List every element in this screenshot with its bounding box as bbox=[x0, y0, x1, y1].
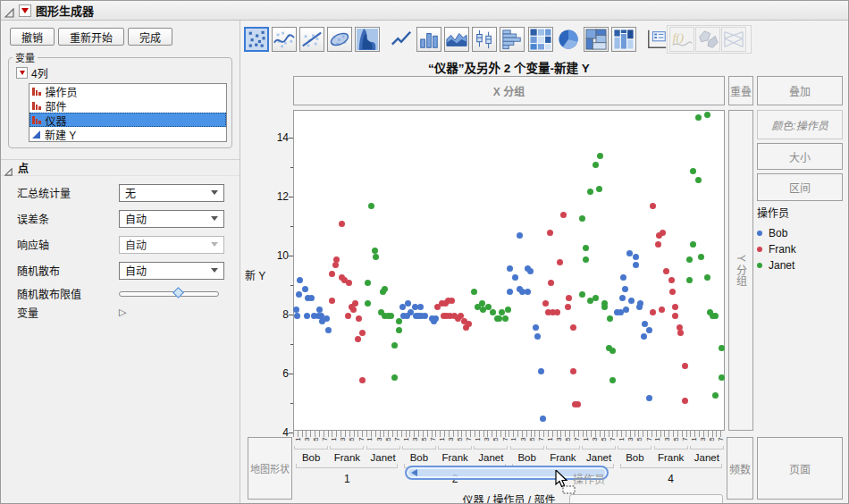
property-dropdown[interactable]: 自动 bbox=[119, 262, 224, 280]
variable-item-2[interactable]: 部件 bbox=[29, 98, 226, 113]
data-point-janet[interactable] bbox=[388, 313, 394, 319]
data-point-bob[interactable] bbox=[636, 304, 643, 310]
data-point-frank[interactable] bbox=[575, 401, 581, 407]
legend-item-frank[interactable]: Frank bbox=[757, 241, 846, 257]
data-point-frank[interactable] bbox=[566, 295, 572, 301]
expand-triangle-icon[interactable]: ▷ bbox=[119, 307, 126, 318]
data-point-janet[interactable] bbox=[719, 374, 725, 381]
data-point-frank[interactable] bbox=[463, 324, 469, 331]
data-point-frank[interactable] bbox=[557, 259, 563, 265]
data-point-frank[interactable] bbox=[663, 268, 669, 274]
line-of-fit-icon[interactable] bbox=[299, 27, 324, 52]
data-point-bob[interactable] bbox=[533, 324, 539, 331]
data-point-frank[interactable] bbox=[668, 277, 675, 283]
ellipse-icon[interactable] bbox=[327, 27, 352, 52]
data-point-frank[interactable] bbox=[359, 377, 366, 383]
data-point-janet[interactable] bbox=[695, 114, 702, 121]
data-point-bob[interactable] bbox=[540, 416, 546, 422]
data-point-janet[interactable] bbox=[471, 289, 477, 295]
drop-zone-map-shape[interactable]: 地图形状 bbox=[248, 437, 292, 500]
data-point-frank[interactable] bbox=[656, 232, 662, 239]
data-point-janet[interactable] bbox=[719, 345, 725, 351]
points-section-header[interactable]: 点 bbox=[1, 159, 240, 176]
property-dropdown[interactable]: 自动 bbox=[119, 210, 224, 228]
data-point-janet[interactable] bbox=[607, 315, 613, 322]
data-point-janet[interactable] bbox=[698, 254, 704, 260]
data-point-frank[interactable] bbox=[332, 262, 339, 268]
data-point-frank[interactable] bbox=[352, 300, 358, 307]
undo-button[interactable]: 撤销 bbox=[10, 28, 55, 46]
data-point-bob[interactable] bbox=[534, 333, 541, 340]
points-disclosure-icon[interactable] bbox=[4, 164, 13, 172]
data-point-janet[interactable] bbox=[690, 241, 696, 248]
data-point-frank[interactable] bbox=[677, 330, 684, 336]
variable-item-3[interactable]: 仪器 bbox=[29, 113, 226, 127]
data-point-bob[interactable] bbox=[507, 265, 513, 272]
data-point-frank[interactable] bbox=[449, 298, 455, 304]
data-point-janet[interactable] bbox=[609, 348, 616, 354]
data-point-bob[interactable] bbox=[293, 307, 299, 313]
data-point-janet[interactable] bbox=[609, 377, 616, 383]
data-point-bob[interactable] bbox=[319, 318, 325, 324]
disclosure-open-icon[interactable] bbox=[4, 5, 14, 15]
data-point-bob[interactable] bbox=[302, 286, 308, 292]
data-point-janet[interactable] bbox=[583, 245, 589, 251]
data-point-bob[interactable] bbox=[642, 321, 648, 327]
data-point-janet[interactable] bbox=[396, 318, 402, 324]
drop-zone-frequency[interactable]: 频数 bbox=[727, 437, 753, 500]
variable-item-1[interactable]: 操作员 bbox=[29, 84, 226, 98]
data-point-janet[interactable] bbox=[391, 342, 398, 349]
data-point-janet[interactable] bbox=[579, 291, 585, 298]
data-point-frank[interactable] bbox=[339, 221, 345, 227]
done-button[interactable]: 完成 bbox=[128, 28, 172, 46]
data-point-janet[interactable] bbox=[597, 153, 603, 159]
data-point-bob[interactable] bbox=[527, 268, 534, 274]
smoother-icon[interactable] bbox=[272, 27, 297, 52]
drop-zone-x-group[interactable]: X 分组 bbox=[293, 76, 725, 105]
caption-box-icon[interactable] bbox=[644, 27, 669, 52]
data-point-frank[interactable] bbox=[560, 212, 567, 218]
property-dropdown[interactable]: 无 bbox=[119, 184, 224, 202]
drop-zone-y-group[interactable]: Y 分组 bbox=[728, 110, 753, 431]
data-point-frank[interactable] bbox=[672, 313, 678, 319]
data-point-janet[interactable] bbox=[596, 186, 602, 192]
data-point-frank[interactable] bbox=[570, 324, 576, 331]
data-point-janet[interactable] bbox=[365, 280, 371, 286]
data-point-bob[interactable] bbox=[417, 304, 424, 310]
data-point-frank[interactable] bbox=[682, 363, 688, 369]
data-point-bob[interactable] bbox=[405, 300, 411, 307]
data-point-frank[interactable] bbox=[547, 230, 553, 236]
box-plot-icon[interactable] bbox=[472, 27, 497, 52]
drop-zone-overlay[interactable]: 叠加 bbox=[757, 76, 843, 105]
data-point-janet[interactable] bbox=[593, 162, 599, 168]
bar-icon[interactable] bbox=[416, 27, 441, 52]
data-point-janet[interactable] bbox=[505, 307, 511, 313]
data-point-bob[interactable] bbox=[525, 289, 531, 295]
mosaic-icon[interactable] bbox=[611, 27, 636, 52]
y-axis-label[interactable]: 新 Y bbox=[245, 267, 265, 282]
contour-icon[interactable] bbox=[355, 27, 380, 52]
data-point-bob[interactable] bbox=[623, 307, 629, 313]
data-point-bob[interactable] bbox=[297, 277, 303, 283]
data-point-frank[interactable] bbox=[672, 304, 678, 310]
legend-item-bob[interactable]: Bob bbox=[757, 225, 846, 241]
data-point-frank[interactable] bbox=[345, 313, 351, 319]
legend-item-janet[interactable]: Janet bbox=[757, 257, 846, 273]
drop-zone-page[interactable]: 页面 bbox=[757, 437, 843, 500]
data-point-frank[interactable] bbox=[355, 336, 361, 342]
red-triangle-menu-icon[interactable] bbox=[19, 4, 31, 17]
data-point-bob[interactable] bbox=[619, 295, 626, 301]
data-point-bob[interactable] bbox=[646, 327, 652, 333]
data-point-janet[interactable] bbox=[365, 300, 371, 307]
plot-area[interactable] bbox=[293, 110, 725, 431]
data-point-janet[interactable] bbox=[368, 203, 374, 209]
drop-zone-size[interactable]: 大小 bbox=[757, 143, 843, 170]
data-point-janet[interactable] bbox=[704, 112, 710, 118]
data-point-janet[interactable] bbox=[601, 304, 608, 310]
data-point-janet[interactable] bbox=[695, 177, 702, 183]
drop-zone-interval[interactable]: 区间 bbox=[757, 173, 843, 201]
data-point-janet[interactable] bbox=[712, 392, 719, 399]
data-point-bob[interactable] bbox=[646, 395, 652, 401]
data-point-frank[interactable] bbox=[542, 300, 549, 307]
data-point-frank[interactable] bbox=[655, 241, 661, 248]
